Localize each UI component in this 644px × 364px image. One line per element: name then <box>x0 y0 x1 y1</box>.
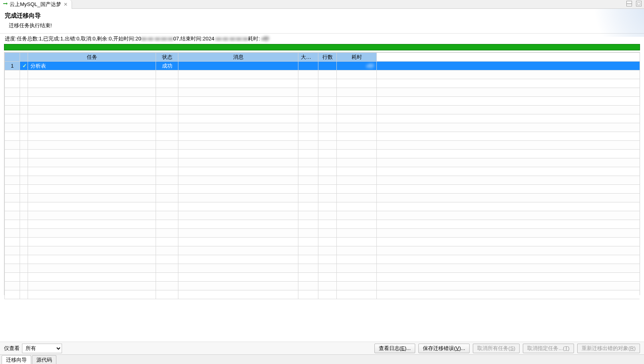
table-row-empty <box>5 88 640 97</box>
wizard-header: 完成迁移向导 迁移任务执行结束! <box>0 9 644 34</box>
table-row-empty <box>5 229 640 238</box>
document-tab-title: 云上MySQL_国产达梦 <box>10 1 61 8</box>
table-row-empty <box>5 211 640 220</box>
table-row-empty <box>5 176 640 185</box>
table-row-empty <box>5 132 640 141</box>
col-rows[interactable]: 行数 <box>318 53 337 62</box>
page-subtitle: 迁移任务执行结束! <box>5 22 639 29</box>
col-status[interactable]: 状态 <box>156 53 178 62</box>
col-msg[interactable]: 消息 <box>178 53 298 62</box>
page-title: 完成迁移向导 <box>5 12 639 20</box>
task-table: 任务 状态 消息 大字段 行数 耗时 1✓分析表成功x秒 <box>4 52 640 295</box>
col-time[interactable]: 耗时 <box>337 53 377 62</box>
document-tab[interactable]: 云上MySQL_国产达梦 ✕ <box>0 0 72 9</box>
filter-select[interactable]: 所有 <box>22 344 62 353</box>
retry-errors-button[interactable]: 重新迁移出错的对象(R) <box>577 344 640 353</box>
progress-text: 进度:任务总数:1,已完成:1,出错:0,取消:0,剩余:0,开始时间:20xx… <box>0 34 644 44</box>
table-header: 任务 状态 消息 大字段 行数 耗时 <box>5 53 640 62</box>
progress-bar-fill <box>4 44 640 50</box>
bottom-tab-bar: 迁移向导 源代码 <box>0 354 644 364</box>
row-number: 1 <box>5 62 20 70</box>
cancel-all-button[interactable]: 取消所有任务(S) <box>473 344 520 353</box>
table-row-empty <box>5 141 640 150</box>
table-row-empty <box>5 273 640 282</box>
check-icon: ✓ <box>22 63 28 69</box>
table-row-empty <box>5 202 640 211</box>
footer-toolbar: 仅查看 所有 查看日志(E)... 保存迁移错误(V)... 取消所有任务(S)… <box>0 342 644 354</box>
table-row-empty <box>5 255 640 264</box>
cell-task: 分析表 <box>28 62 156 70</box>
col-bigfield[interactable]: 大字段 <box>298 53 318 62</box>
window-controls: — □ <box>626 1 642 6</box>
table-row-empty <box>5 220 640 229</box>
table-row-empty <box>5 106 640 114</box>
cell-time: x秒 <box>337 62 377 70</box>
cell-rowcount <box>318 62 337 70</box>
table-row-empty <box>5 79 640 88</box>
table-row-empty <box>5 158 640 167</box>
cell-msg <box>178 62 298 70</box>
table-row-empty <box>5 185 640 194</box>
table-row-empty <box>5 246 640 255</box>
tab-source-code[interactable]: 源代码 <box>32 355 56 364</box>
table-row-empty <box>5 238 640 246</box>
progress-bar <box>4 44 640 50</box>
cancel-selected-button[interactable]: 取消指定任务...(T) <box>523 344 574 353</box>
table-row-empty <box>5 70 640 79</box>
col-rownum[interactable] <box>5 53 20 62</box>
table-row-empty <box>5 114 640 123</box>
cell-status: 成功 <box>156 62 178 70</box>
table-row-empty <box>5 123 640 132</box>
close-tab-icon[interactable]: ✕ <box>63 2 68 7</box>
tab-migration-wizard[interactable]: 迁移向导 <box>2 355 31 364</box>
cell-bigfield <box>298 62 318 70</box>
col-task[interactable]: 任务 <box>28 53 156 62</box>
table-row[interactable]: 1✓分析表成功x秒 <box>5 62 640 70</box>
table-row-empty <box>5 97 640 106</box>
table-row-empty <box>5 167 640 176</box>
table-row-empty <box>5 264 640 273</box>
table-row-empty <box>5 150 640 158</box>
table-row-empty <box>5 290 640 299</box>
app-icon <box>2 2 8 7</box>
table-row-empty <box>5 282 640 290</box>
view-log-button[interactable]: 查看日志(E)... <box>374 344 415 353</box>
cell-blank <box>377 62 640 70</box>
col-blank <box>377 53 640 62</box>
maximize-button[interactable]: □ <box>636 1 642 6</box>
row-mark: ✓ <box>20 62 28 70</box>
table-row-empty <box>5 194 640 202</box>
document-tab-bar: 云上MySQL_国产达梦 ✕ — □ <box>0 0 644 9</box>
col-mark[interactable] <box>20 53 28 62</box>
save-errors-button[interactable]: 保存迁移错误(V)... <box>418 344 470 353</box>
only-view-label: 仅查看 <box>4 345 20 352</box>
minimize-button[interactable]: — <box>626 1 632 6</box>
